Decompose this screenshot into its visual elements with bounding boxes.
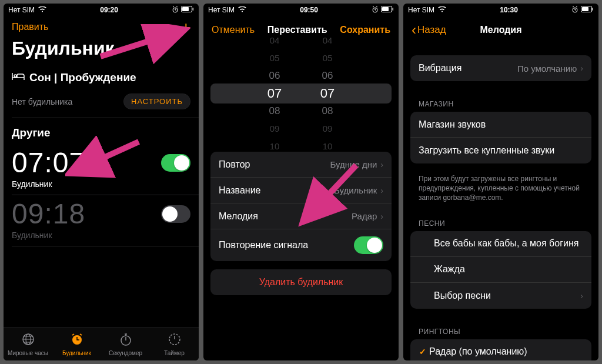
- tab-bar: Мировые часы Будильник Секундомер Таймер: [4, 328, 199, 360]
- alarm-icon: [571, 6, 578, 15]
- tab-alarm[interactable]: Будильник: [52, 328, 101, 360]
- page-title: Будильник: [4, 38, 199, 63]
- row-label: Загрузить все купленные звуки: [419, 145, 554, 156]
- tab-timer[interactable]: Таймер: [150, 328, 199, 360]
- ringtones-group: ✓ Радар (по умолчанию) Апекс: [410, 339, 591, 360]
- picker-value: 05: [307, 49, 348, 67]
- cancel-button[interactable]: Отменить: [212, 25, 255, 35]
- delete-alarm-button[interactable]: Удалить будильник: [210, 269, 392, 295]
- picker-value: 06: [254, 67, 295, 85]
- back-button[interactable]: ‹ Назад: [412, 24, 446, 36]
- name-row[interactable]: Название Будильник›: [210, 178, 392, 203]
- chevron-right-icon: ›: [380, 186, 383, 195]
- svg-rect-3: [193, 8, 194, 11]
- picker-value: 10: [254, 138, 295, 155]
- snooze-row: Повторение сигнала: [210, 229, 392, 261]
- svg-rect-16: [593, 8, 594, 11]
- row-label: Выбор песни: [434, 290, 491, 301]
- nav-bar: ‹ Назад Мелодия: [403, 16, 598, 38]
- song-name: Жажда: [434, 264, 465, 275]
- carrier-text: Нет SIM: [208, 6, 235, 14]
- add-button[interactable]: +: [182, 18, 190, 36]
- tab-label: Будильник: [62, 350, 91, 356]
- alarm-time: 07:07: [12, 149, 85, 177]
- row-label: Повторение сигнала: [219, 240, 308, 251]
- wifi-icon: [238, 6, 246, 14]
- chevron-right-icon: ›: [580, 291, 583, 300]
- sound-row[interactable]: Мелодия Радар›: [210, 203, 392, 229]
- chevron-right-icon: ›: [380, 160, 383, 169]
- snooze-toggle[interactable]: [354, 236, 383, 254]
- picker-value: 04: [254, 32, 295, 49]
- picker-value: 08: [307, 102, 348, 120]
- back-label: Назад: [417, 24, 446, 36]
- tone-store-row[interactable]: Магазин звуков: [410, 112, 591, 138]
- song-row[interactable]: Жажда: [410, 257, 591, 283]
- picker-value: 09: [254, 120, 295, 138]
- alarm-row[interactable]: 07:07: [4, 144, 199, 179]
- row-label: Магазин звуков: [419, 119, 486, 130]
- settings-group: Повтор Будние дни› Название Будильник› М…: [210, 152, 392, 261]
- edit-button[interactable]: Править: [12, 22, 48, 32]
- alarm-toggle[interactable]: [161, 205, 190, 223]
- time-picker[interactable]: 04 05 06 07 08 09 10 04 05 06 07 08 09 1…: [203, 38, 399, 149]
- vibration-row[interactable]: Вибрация По умолчанию›: [410, 55, 591, 81]
- row-label: Название: [219, 185, 261, 196]
- svg-rect-12: [393, 8, 394, 11]
- svg-rect-11: [382, 7, 389, 11]
- alarm-time: 09:18: [12, 200, 85, 228]
- ringtones-section-header: РИНГТОНЫ: [403, 317, 598, 339]
- sleep-section-label: Сон | Пробуждение: [29, 71, 136, 84]
- svg-rect-15: [582, 7, 588, 11]
- songs-section-header: ПЕСНИ: [403, 209, 598, 231]
- song-row[interactable]: Все бабы как бабы, а моя богиня: [410, 231, 591, 257]
- ringtone-name: Радар (по умолчанию): [429, 346, 527, 357]
- screen-alarm-list: Нет SIM 09:20 Править + Будильник Сон | …: [4, 4, 199, 360]
- row-value: Будильник: [334, 185, 377, 195]
- songs-group: Все бабы как бабы, а моя богиня Жажда Вы…: [410, 231, 591, 309]
- ringtone-row[interactable]: ✓ Радар (по умолчанию): [410, 339, 591, 360]
- row-label: Вибрация: [419, 63, 461, 74]
- repeat-row[interactable]: Повтор Будние дни›: [210, 152, 392, 178]
- store-section-header: МАГАЗИН: [403, 89, 598, 112]
- other-section-header: Другие: [4, 118, 199, 144]
- row-value: Будние дни: [330, 159, 377, 169]
- tab-label: Секундомер: [109, 350, 142, 356]
- battery-icon: [581, 6, 594, 14]
- sleep-section-header: Сон | Пробуждение: [4, 63, 199, 88]
- clock-text: 10:30: [446, 6, 571, 14]
- setup-button[interactable]: НАСТРОИТЬ: [123, 93, 190, 109]
- alarm-toggle[interactable]: [161, 154, 190, 172]
- no-alarm-text: Нет будильника: [12, 97, 72, 106]
- picker-value: 08: [254, 102, 295, 120]
- picker-value: 10: [307, 138, 348, 155]
- battery-icon: [181, 6, 194, 14]
- wifi-icon: [38, 6, 46, 14]
- picker-value: 07: [254, 85, 295, 102]
- song-name: Все бабы как бабы, а моя богиня: [434, 238, 578, 249]
- tab-stopwatch[interactable]: Секундомер: [101, 328, 150, 360]
- download-all-row[interactable]: Загрузить все купленные звуки: [410, 138, 591, 163]
- minute-wheel[interactable]: 04 05 06 07 08 09 10: [307, 32, 348, 155]
- picker-value: 09: [307, 120, 348, 138]
- status-bar: Нет SIM 09:20: [4, 4, 199, 16]
- svg-rect-2: [182, 7, 189, 11]
- status-bar: Нет SIM 09:50: [203, 4, 399, 16]
- hour-wheel[interactable]: 04 05 06 07 08 09 10: [254, 32, 295, 155]
- divider: [12, 246, 199, 246]
- store-note: При этом будут загружены все рингтоны и …: [403, 172, 598, 209]
- tab-world-clock[interactable]: Мировые часы: [4, 328, 52, 360]
- no-alarm-row: Нет будильника НАСТРОИТЬ: [4, 88, 199, 118]
- alarm-row[interactable]: 09:18: [4, 195, 199, 231]
- timer-icon: [168, 333, 181, 349]
- chevron-right-icon: ›: [580, 64, 583, 73]
- screen-sound-picker: Нет SIM 10:30 ‹ Назад Мелодия Вибрация П…: [403, 4, 598, 360]
- pick-song-row[interactable]: Выбор песни ›: [410, 283, 591, 309]
- clock-text: 09:50: [246, 6, 372, 14]
- status-bar: Нет SIM 10:30: [403, 4, 598, 16]
- wifi-icon: [438, 6, 446, 14]
- nav-bar: Править +: [4, 16, 199, 38]
- row-value: По умолчанию: [517, 64, 577, 74]
- vibration-group: Вибрация По умолчанию›: [410, 55, 591, 81]
- bed-icon: [12, 72, 25, 83]
